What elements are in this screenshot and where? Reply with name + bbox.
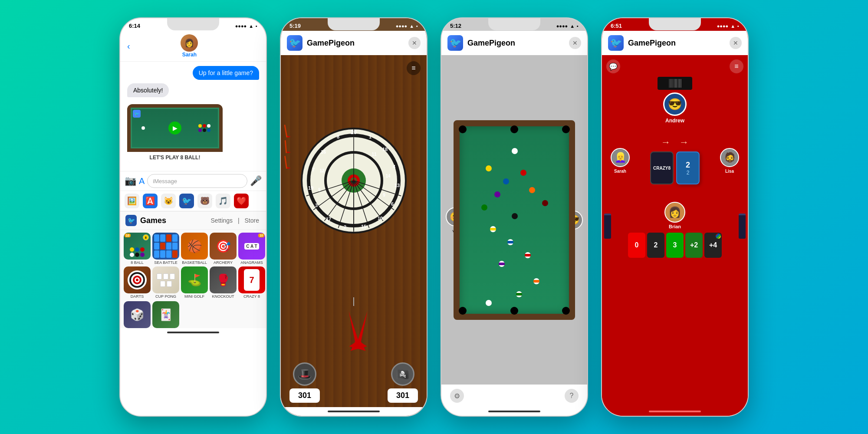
signal-3: ●●●● [556,23,568,29]
status-icons-2: ●●●● ▲ ▪ [396,23,418,29]
game-anagrams[interactable]: C A T 10 ANAGRAMS [238,233,265,265]
ball-7 [542,200,548,206]
games-nav: Settings | Store [209,217,261,224]
game-archery[interactable]: 🎯 ARCHERY [210,233,237,265]
arrow-right: → [679,137,689,148]
archery-thumb: 🎯 [210,233,237,260]
darts-screen: 5:19 ●●●● ▲ ▪ 🐦 GamePigeon ✕ ≡ [281,18,427,416]
sarah-name: Sarah [614,169,626,174]
andrew-name: Andrew [665,118,684,124]
close-btn-4[interactable]: ✕ [730,37,742,49]
hand-card-1[interactable]: 2 [647,233,664,258]
score-badge-1: 301 [289,388,320,403]
ball-cue-2 [486,300,492,306]
hand-card-2[interactable]: 3 [666,233,684,258]
home-indicator-3 [441,407,587,416]
crazy8-thumb: 7 [238,266,265,293]
cuppong-thumb [152,266,179,293]
game-cuppong[interactable]: CUP PONG [152,266,179,299]
dart-throw-visual [332,297,375,349]
store-link[interactable]: Store [245,217,259,224]
status-bar-1: 6:14 ●●●● ▲ ▪ [120,18,266,31]
game-basketball[interactable]: 🏀 BASKETBALL [181,233,208,265]
card-2-blue[interactable]: 2 2 [676,151,700,184]
hand-card-4[interactable]: +4 [704,233,722,258]
battery-icon: ▪ [256,23,257,29]
card-3-value: +2 [690,241,698,249]
basketball-thumb: 🏀 [181,233,208,260]
game-knockout[interactable]: 🥊 KNOCKOUT [210,266,237,299]
app-shortcuts-row: 🖼️ 🅰️ 😺 🐦 🐻 🎵 ❤️ [120,191,266,211]
back-button[interactable]: ‹ [127,41,130,51]
score-16: 16 [321,149,326,155]
game-darts[interactable]: DARTS [124,266,151,299]
message-received-1: Absolutely! [127,83,169,97]
game-8ball[interactable]: 8 10 8 BALL [124,233,151,265]
camera-icon[interactable]: 📷 [125,175,136,187]
score-8: 8 [337,134,339,139]
game-moreB[interactable]: 🃏 [152,301,179,328]
gp-header-4: 🐦 GamePigeon ✕ [602,31,748,55]
games-grid: 8 10 8 BALL [120,230,266,301]
gp-logo-2: 🐦 [287,35,302,51]
signal-2: ●●●● [396,23,408,29]
andrew-cards-back [658,77,692,90]
score-18: 18 [382,147,388,152]
play-button[interactable]: ▶ [168,122,181,135]
settings-icon[interactable]: ⚙ [450,389,464,403]
hand-card-0[interactable]: 0 [628,233,645,258]
phone-3-pool: 5:12 ●●●● ▲ ▪ 🐦 GamePigeon ✕ 😊 You 😎 [441,17,588,417]
ball-3 [520,170,526,176]
darts-svg [126,269,148,291]
sarah-avatar: 👱‍♀️ [611,148,630,167]
wifi-3: ▲ [570,23,575,29]
score-13: 13 [395,183,400,188]
message-input[interactable]: iMessage [147,174,247,188]
seabattle-thumb [152,233,179,260]
chat-icon[interactable]: 💬 [606,59,620,73]
game-seabattle[interactable]: SEA BATTLE [152,233,179,265]
music-icon[interactable]: 🎵 [216,194,230,208]
appstore-icon[interactable]: A [139,176,145,186]
audio-icon[interactable]: 🎤 [250,175,262,187]
status-icons-3: ●●●● ▲ ▪ [556,23,579,29]
menu-icon-darts[interactable]: ≡ [407,61,421,75]
signal-4: ●●●● [717,23,729,29]
home-indicator-2 [281,407,427,416]
hearts-icon[interactable]: ❤️ [234,194,249,208]
close-btn-2[interactable]: ✕ [408,37,421,49]
home-indicator-4 [602,407,748,416]
contact-avatar: 👩 [181,34,198,52]
game-minigolf[interactable]: ⛳ MINI GOLF [181,266,208,299]
minigolf-thumb: ⛳ [181,266,208,293]
animoji-icon[interactable]: 😺 [161,194,176,208]
status-bar-4: 6:51 ●●●● ▲ ▪ [602,18,748,31]
andrew-avatar: 😎 [663,92,687,116]
game-crazy8[interactable]: 7 CRAZY 8 [238,266,265,299]
settings-link[interactable]: Settings [211,217,233,224]
right-deck [739,214,746,239]
8ball-thumb: 8 10 [124,233,151,260]
hand-card-3[interactable]: +2 [685,233,703,258]
menu-icon-crazy8[interactable]: ≡ [730,59,743,73]
dartboard-svg: 20 1 18 4 13 6 10 15 2 17 3 19 7 16 [299,126,408,235]
player1-avatar-darts: 🎩 [293,362,316,386]
ball-2 [503,178,509,184]
help-icon[interactable]: ? [565,389,579,403]
photos-icon[interactable]: 🖼️ [125,194,139,208]
gp-logo-games: 🐦 [125,215,137,226]
home-bar-3 [488,411,540,412]
appstore-shortcut[interactable]: 🅰️ [143,194,158,208]
nav-divider: | [238,217,240,224]
close-btn-3[interactable]: ✕ [569,37,581,49]
dart-1 [285,125,291,138]
game-preview-card[interactable]: ▶ 🐦 LET'S PLAY 8 BALL! [127,104,223,163]
gamepigeon-icon[interactable]: 🐦 [179,194,194,208]
score-10: 10 [378,216,383,221]
time-4: 6:51 [611,23,622,29]
memoji-icon[interactable]: 🐻 [197,194,212,208]
game-moreA[interactable]: 🎲 [124,301,151,328]
score-5-extra: 5 [318,187,321,192]
card-4-value: +4 [709,241,717,249]
signal-icon: ●●●● [235,23,247,29]
